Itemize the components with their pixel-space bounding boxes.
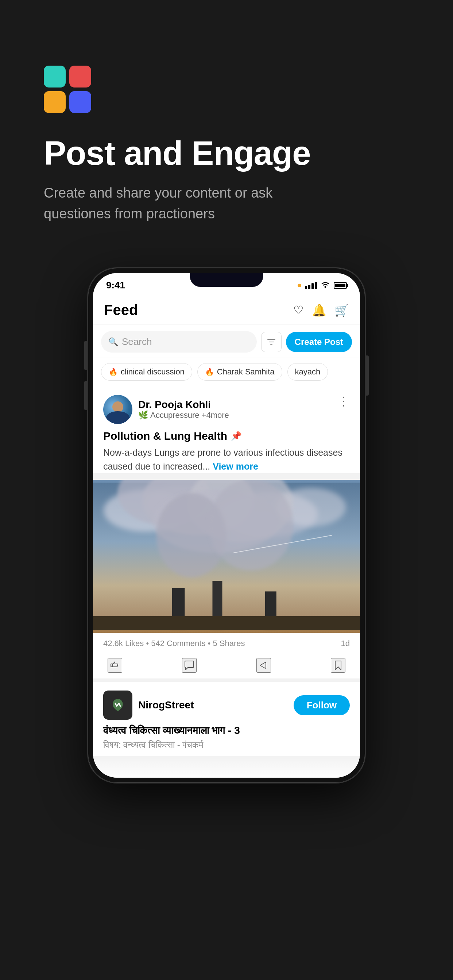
- tag-label-2: Charak Samhita: [217, 367, 274, 377]
- svg-point-0: [325, 286, 327, 288]
- nirogstreet-avatar: [103, 690, 132, 720]
- battery-fill: [335, 284, 345, 287]
- signal-bars: [305, 282, 317, 289]
- post2-subtitle: विषय: वन्ध्यत्व चिकित्सा - पंचकर्म: [103, 740, 350, 750]
- status-time: 9:41: [106, 280, 125, 291]
- post-card-1: Dr. Pooja Kohli 🌿 Accupressure +4more ⋮ …: [93, 386, 360, 473]
- post-stats-1: 42.6k Likes • 542 Comments • 5 Shares 1d: [93, 633, 360, 652]
- hero-section: Post and Engage Create and share your co…: [0, 0, 453, 246]
- search-placeholder: Search: [122, 336, 152, 347]
- specialty-text: Accupressure +4more: [150, 410, 229, 420]
- logo-dot-teal: [44, 65, 65, 88]
- svg-rect-21: [93, 616, 360, 630]
- post-header-1: Dr. Pooja Kohli 🌿 Accupressure +4more ⋮: [103, 395, 350, 424]
- svg-point-14: [209, 480, 293, 571]
- logo-dot-yellow: [44, 91, 65, 113]
- heart-icon[interactable]: ♡: [293, 303, 304, 317]
- filter-button[interactable]: [261, 332, 282, 352]
- follow-button[interactable]: Follow: [293, 695, 350, 715]
- share-icon: [257, 659, 270, 672]
- bookmark-button[interactable]: [331, 658, 345, 673]
- phone-inner: 9:41: [93, 273, 360, 778]
- notch: [190, 273, 263, 287]
- post-time: 1d: [341, 639, 350, 648]
- feed-title: Feed: [104, 302, 138, 318]
- specialty-icon: 🌿: [138, 410, 148, 420]
- post2-author: NirogStreet: [103, 690, 194, 720]
- post-image-svg: [93, 480, 360, 633]
- author-name-1: Dr. Pooja Kohli: [138, 399, 229, 410]
- bar2: [308, 285, 310, 289]
- tag-label-1: clinical discussion: [121, 367, 185, 377]
- page-subheadline: Create and share your content or ask que…: [44, 183, 321, 224]
- bookmark-icon: [332, 659, 345, 672]
- post-actions-1: [93, 652, 360, 679]
- post2-header: NirogStreet Follow: [103, 690, 350, 720]
- avatar-inner: [103, 395, 132, 424]
- phone-outer: 9:41: [88, 268, 365, 783]
- author-avatar-1: [103, 395, 132, 424]
- post2-title: वंध्यत्व चिकित्सा व्याख्यानमाला भाग - 3: [103, 725, 350, 737]
- bottom-fade: [93, 756, 360, 778]
- like-icon: [108, 659, 121, 672]
- shares-count: 5 Shares: [213, 639, 245, 648]
- likes-count: 42.6k Likes: [103, 639, 144, 648]
- like-button[interactable]: [108, 658, 122, 673]
- post-title-text: Pollution & Lung Health: [103, 430, 227, 442]
- stats-left: 42.6k Likes • 542 Comments • 5 Shares: [103, 639, 245, 648]
- logo-dot-red: [69, 65, 91, 88]
- nirogstreet-logo-icon: [109, 696, 127, 714]
- post-card-2: NirogStreet Follow वंध्यत्व चिकित्सा व्य…: [93, 682, 360, 756]
- comment-icon: [183, 659, 196, 672]
- header-icons: ♡ 🔔 🛒: [293, 303, 349, 317]
- status-bar: 9:41: [93, 273, 360, 294]
- post-image-1: [93, 480, 360, 633]
- author-info-1: Dr. Pooja Kohli 🌿 Accupressure +4more: [138, 399, 229, 420]
- page-headline: Post and Engage: [44, 135, 416, 172]
- comment-button[interactable]: [182, 658, 196, 673]
- fire-icon-2: 🔥: [205, 368, 214, 376]
- post2-author-name: NirogStreet: [138, 699, 194, 711]
- status-icons: [298, 281, 347, 290]
- logo: [44, 65, 416, 113]
- search-bar[interactable]: 🔍 Search: [101, 331, 257, 353]
- bell-icon[interactable]: 🔔: [312, 303, 327, 317]
- bar4: [315, 282, 317, 289]
- post-author-1: Dr. Pooja Kohli 🌿 Accupressure +4more: [103, 395, 229, 424]
- battery-dot: [298, 284, 301, 287]
- create-post-button[interactable]: Create Post: [286, 332, 352, 352]
- tags-section: 🔥 clinical discussion 🔥 Charak Samhita k…: [93, 358, 360, 386]
- share-button[interactable]: [257, 658, 271, 673]
- view-more-link[interactable]: View more: [213, 461, 258, 471]
- post-body-1: Now-a-days Lungs are prone to various in…: [103, 446, 350, 473]
- more-button-1[interactable]: ⋮: [337, 395, 350, 407]
- author-specialty-1: 🌿 Accupressure +4more: [138, 410, 229, 420]
- pin-icon: 📌: [231, 431, 242, 441]
- search-section: 🔍 Search Create Post: [93, 325, 360, 358]
- logo-dot-blue: [69, 91, 91, 113]
- phone-mockup-wrapper: 9:41: [0, 246, 453, 812]
- fire-icon-1: 🔥: [109, 368, 118, 376]
- tag-clinical-discussion[interactable]: 🔥 clinical discussion: [101, 363, 192, 380]
- filter-icon: [267, 338, 276, 345]
- post-title-1: Pollution & Lung Health 📌: [103, 430, 350, 442]
- tag-charak-samhita[interactable]: 🔥 Charak Samhita: [197, 363, 282, 380]
- cart-icon[interactable]: 🛒: [335, 303, 349, 317]
- comments-count: 542 Comments: [151, 639, 205, 648]
- wifi-icon: [321, 281, 330, 290]
- tag-kayach[interactable]: kayach: [287, 363, 328, 380]
- bar3: [311, 283, 314, 289]
- app-header: Feed ♡ 🔔 🛒: [93, 294, 360, 325]
- tag-label-3: kayach: [295, 367, 321, 377]
- search-icon: 🔍: [108, 337, 118, 347]
- bar1: [305, 286, 307, 289]
- battery-icon: [334, 282, 347, 289]
